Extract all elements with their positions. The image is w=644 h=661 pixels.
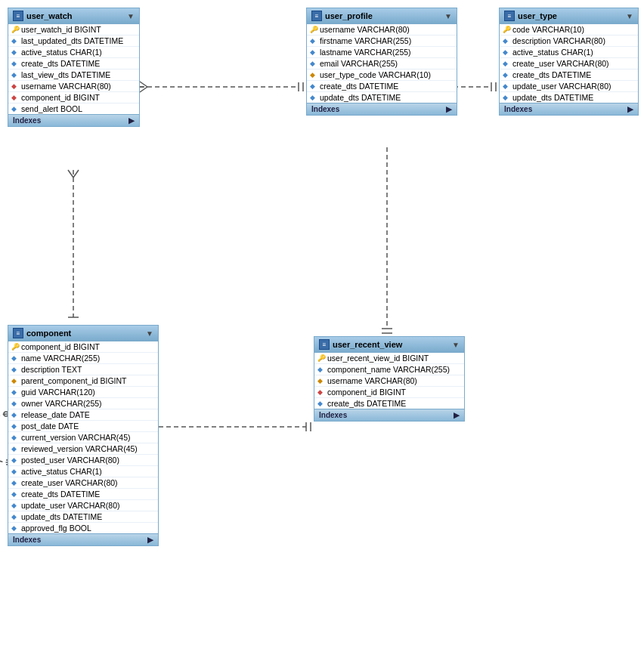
table-body-user-watch: 🔑 user_watch_id BIGINT ◆ last_updated_dt… [8, 24, 139, 114]
field-create-dts-ut: ◆ create_dts DATETIME [500, 69, 638, 81]
footer-arrow-user-recent-view: ▶ [454, 411, 460, 419]
field-posted-user-c: ◆ posted_user VARCHAR(80) [8, 455, 158, 466]
field-component-id-urv: ◆ component_id BIGINT [314, 387, 464, 398]
table-component: ≡ component ▼ 🔑 component_id BIGINT ◆ na… [8, 325, 159, 546]
key-icon: 🔑 [11, 343, 19, 351]
field-component-name-urv: ◆ component_name VARCHAR(255) [314, 364, 464, 375]
field-parent-component-id-c: ◆ parent_component_id BIGINT [8, 375, 158, 387]
table-user-profile: ≡ user_profile ▼ 🔑 username VARCHAR(80) … [306, 8, 457, 116]
field-update-dts-up: ◆ update_dts DATETIME [307, 92, 457, 103]
diamond-blue-icon: ◆ [11, 71, 19, 79]
table-header-user-type: ≡ user_type ▼ [500, 8, 638, 24]
field-guid-c: ◆ guid VARCHAR(120) [8, 387, 158, 398]
table-header-component: ≡ component ▼ [8, 326, 158, 341]
svg-line-11 [68, 170, 73, 178]
footer-arrow-user-profile: ▶ [446, 105, 452, 113]
table-icon-user-type: ≡ [504, 11, 515, 21]
table-icon-component: ≡ [13, 328, 23, 338]
key-icon: 🔑 [11, 26, 19, 33]
field-last-view-dts: ◆ last_view_dts DATETIME [8, 69, 139, 81]
table-footer-user-watch[interactable]: Indexes ▶ [8, 114, 139, 126]
chevron-user-profile[interactable]: ▼ [444, 12, 452, 20]
field-update-dts-c: ◆ update_dts DATETIME [8, 511, 158, 523]
field-username-up: 🔑 username VARCHAR(80) [307, 24, 457, 36]
field-name-c: ◆ name VARCHAR(255) [8, 353, 158, 364]
diamond-red-icon: ◆ [11, 82, 19, 90]
diamond-blue-icon: ◆ [503, 37, 510, 45]
diamond-blue-icon: ◆ [11, 60, 19, 67]
field-username-uw: ◆ username VARCHAR(80) [8, 81, 139, 92]
field-user-type-code-up: ◆ user_type_code VARCHAR(10) [307, 69, 457, 81]
field-user-recent-view-id: 🔑 user_recent_view_id BIGINT [314, 353, 464, 364]
diamond-blue-icon: ◆ [11, 490, 19, 498]
diamond-orange-icon: ◆ [317, 377, 325, 385]
table-icon-user-watch: ≡ [13, 11, 23, 21]
footer-arrow-user-watch: ▶ [128, 116, 135, 125]
table-user-recent-view: ≡ user_recent_view ▼ 🔑 user_recent_view_… [314, 336, 465, 422]
table-title-user-recent-view: user_recent_view [333, 340, 402, 349]
key-icon: 🔑 [503, 26, 510, 33]
field-active-status-c: ◆ active_status CHAR(1) [8, 466, 158, 477]
svg-line-12 [73, 170, 79, 178]
table-user-type: ≡ user_type ▼ 🔑 code VARCHAR(10) ◆ descr… [499, 8, 639, 116]
diamond-blue-icon: ◆ [310, 48, 317, 56]
table-body-user-recent-view: 🔑 user_recent_view_id BIGINT ◆ component… [314, 353, 464, 409]
diamond-orange-icon: ◆ [310, 71, 317, 79]
field-update-user-c: ◆ update_user VARCHAR(80) [8, 500, 158, 511]
table-footer-user-recent-view[interactable]: Indexes ▶ [314, 409, 464, 421]
table-footer-user-profile[interactable]: Indexes ▶ [307, 103, 457, 115]
field-description-c: ◆ description TEXT [8, 364, 158, 375]
table-header-user-recent-view: ≡ user_recent_view ▼ [314, 337, 464, 353]
field-create-dts-urv: ◆ create_dts DATETIME [314, 398, 464, 409]
svg-line-1 [140, 82, 147, 87]
diamond-red-icon: ◆ [11, 94, 19, 101]
diamond-blue-icon: ◆ [11, 513, 19, 520]
diamond-blue-icon: ◆ [310, 37, 317, 45]
diamond-blue-icon: ◆ [11, 400, 19, 407]
diamond-blue-icon: ◆ [11, 479, 19, 486]
diamond-blue-icon: ◆ [11, 105, 19, 113]
table-icon-user-profile: ≡ [311, 11, 322, 21]
diamond-blue-icon: ◆ [503, 82, 510, 90]
field-create-user-c: ◆ create_user VARCHAR(80) [8, 477, 158, 489]
field-create-dts: ◆ create_dts DATETIME [8, 58, 139, 69]
chevron-user-recent-view[interactable]: ▼ [452, 341, 460, 349]
field-email: ◆ email VARCHAR(255) [307, 58, 457, 69]
field-create-dts-up: ◆ create_dts DATETIME [307, 81, 457, 92]
diamond-red-icon: ◆ [317, 388, 325, 396]
table-header-user-profile: ≡ user_profile ▼ [307, 8, 457, 24]
chevron-user-type[interactable]: ▼ [626, 12, 633, 20]
field-update-dts-ut: ◆ update_dts DATETIME [500, 92, 638, 103]
diamond-blue-icon: ◆ [310, 82, 317, 90]
diamond-blue-icon: ◆ [310, 94, 317, 101]
chevron-component[interactable]: ▼ [146, 329, 153, 338]
field-user-watch-id: 🔑 user_watch_id BIGINT [8, 24, 139, 36]
field-component-id-uw: ◆ component_id BIGINT [8, 92, 139, 103]
field-create-dts-c: ◆ create_dts DATETIME [8, 489, 158, 500]
chevron-user-watch[interactable]: ▼ [127, 12, 135, 20]
diamond-orange-icon: ◆ [11, 377, 19, 385]
table-body-user-profile: 🔑 username VARCHAR(80) ◆ firstname VARCH… [307, 24, 457, 103]
table-body-user-type: 🔑 code VARCHAR(10) ◆ description VARCHAR… [500, 24, 638, 103]
field-create-user-ut: ◆ create_user VARCHAR(80) [500, 58, 638, 69]
key-icon: 🔑 [317, 354, 325, 362]
key-icon: 🔑 [310, 26, 317, 33]
field-active-status: ◆ active_status CHAR(1) [8, 47, 139, 58]
diagram-canvas: ≡ user_watch ▼ 🔑 user_watch_id BIGINT ◆ … [0, 0, 644, 661]
field-active-status-ut: ◆ active_status CHAR(1) [500, 47, 638, 58]
diamond-blue-icon: ◆ [11, 366, 19, 373]
table-title-component: component [26, 329, 71, 338]
field-description-ut: ◆ description VARCHAR(80) [500, 36, 638, 47]
table-title-user-type: user_type [518, 11, 557, 20]
table-title-user-profile: user_profile [325, 11, 373, 20]
diamond-blue-icon: ◆ [11, 411, 19, 419]
table-footer-user-type[interactable]: Indexes ▶ [500, 103, 638, 115]
field-update-user-ut: ◆ update_user VARCHAR(80) [500, 81, 638, 92]
field-release-date-c: ◆ release_date DATE [8, 409, 158, 421]
table-footer-component[interactable]: Indexes ▶ [8, 533, 158, 545]
diamond-blue-icon: ◆ [11, 434, 19, 441]
diamond-blue-icon: ◆ [503, 60, 510, 67]
table-title-user-watch: user_watch [26, 11, 73, 20]
table-user-watch: ≡ user_watch ▼ 🔑 user_watch_id BIGINT ◆ … [8, 8, 140, 127]
diamond-blue-icon: ◆ [503, 71, 510, 79]
